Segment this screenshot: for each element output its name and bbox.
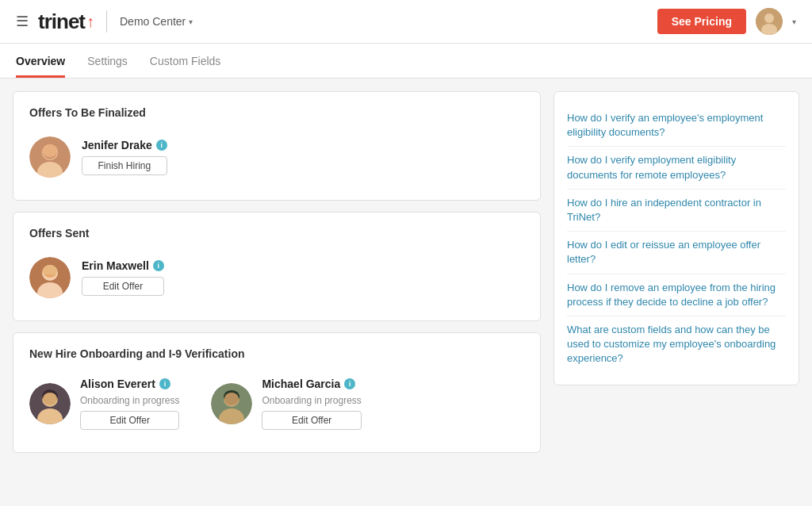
employee-name-text: Erin Maxwell: [82, 259, 149, 272]
avatar: [29, 383, 71, 424]
offers-to-finalize-title: Offers To Be Finalized: [29, 106, 524, 119]
employee-info: Erin Maxwell i Edit Offer: [82, 259, 164, 296]
offers-sent-card: Offers Sent Erin Maxwell i: [13, 212, 541, 321]
employee-info: Alison Everert i Onboarding in progress …: [80, 378, 179, 430]
offers-to-finalize-card: Offers To Be Finalized Jenifer Drake i: [13, 91, 541, 201]
see-pricing-button[interactable]: See Pricing: [657, 9, 746, 34]
info-icon[interactable]: i: [156, 140, 167, 151]
employee-name: Jenifer Drake i: [82, 139, 167, 151]
employee-name-text: Jenifer Drake: [82, 139, 152, 151]
finish-hiring-button[interactable]: Finish Hiring: [82, 156, 167, 175]
svg-point-7: [43, 144, 57, 157]
help-link-6[interactable]: What are custom fields and how can they …: [567, 316, 786, 373]
header-left: ☰ trinet↑ Demo Center ▾: [16, 10, 193, 34]
svg-point-1: [764, 13, 774, 23]
table-row: Alison Everert i Onboarding in progress …: [29, 378, 179, 430]
demo-center-caret-icon: ▾: [189, 17, 193, 26]
logo: trinet↑: [38, 10, 94, 34]
demo-center-menu[interactable]: Demo Center ▾: [120, 15, 193, 28]
avatar: [29, 257, 71, 298]
app-header: ☰ trinet↑ Demo Center ▾ See Pricing ▾: [0, 0, 812, 44]
employee-name-text: Michael Garcia: [262, 378, 340, 390]
help-link-4[interactable]: How do I edit or reissue an employee off…: [567, 232, 786, 274]
tab-custom-fields[interactable]: Custom Fields: [150, 44, 220, 78]
info-icon[interactable]: i: [159, 378, 170, 389]
help-link-2[interactable]: How do I verify employment eligibility d…: [567, 147, 786, 189]
avatar: [29, 136, 71, 178]
info-icon[interactable]: i: [153, 260, 164, 271]
table-row: Erin Maxwell i Edit Offer: [29, 251, 524, 305]
edit-offer-button-michael[interactable]: Edit Offer: [262, 411, 361, 430]
employee-name-text: Alison Everert: [80, 378, 155, 390]
employee-info: Michael Garcia i Onboarding in progress …: [262, 378, 361, 430]
employee-name: Erin Maxwell i: [82, 259, 164, 272]
info-icon[interactable]: i: [344, 378, 355, 389]
onboarding-title: New Hire Onboarding and I-9 Verification: [29, 347, 524, 360]
header-divider: [106, 10, 107, 33]
user-menu-caret-icon[interactable]: ▾: [792, 17, 796, 26]
avatar: [211, 383, 252, 424]
employee-name: Alison Everert i: [80, 378, 179, 390]
employee-status: Onboarding in progress: [262, 395, 361, 406]
offers-sent-title: Offers Sent: [29, 227, 524, 240]
svg-point-21: [224, 393, 239, 405]
header-right: See Pricing ▾: [657, 8, 796, 35]
main-layout: Offers To Be Finalized Jenifer Drake i: [0, 79, 812, 466]
employee-info: Jenifer Drake i Finish Hiring: [82, 139, 167, 175]
employee-status: Onboarding in progress: [80, 395, 179, 406]
employee-name: Michael Garcia i: [262, 378, 361, 390]
hamburger-icon[interactable]: ☰: [16, 13, 29, 30]
svg-point-16: [43, 393, 57, 405]
left-panel: Offers To Be Finalized Jenifer Drake i: [13, 91, 541, 453]
demo-center-label: Demo Center: [120, 15, 186, 28]
nav-tabs: Overview Settings Custom Fields: [0, 44, 812, 79]
help-links-card: How do I verify an employee's employment…: [553, 91, 799, 385]
edit-offer-button-erin[interactable]: Edit Offer: [82, 277, 164, 296]
employees-multi: Alison Everert i Onboarding in progress …: [29, 371, 524, 436]
right-panel: How do I verify an employee's employment…: [553, 91, 799, 385]
help-link-3[interactable]: How do I hire an independent contractor …: [567, 190, 786, 232]
table-row: Michael Garcia i Onboarding in progress …: [211, 378, 361, 430]
tab-settings[interactable]: Settings: [87, 44, 128, 78]
edit-offer-button-alison[interactable]: Edit Offer: [80, 411, 179, 430]
tab-overview[interactable]: Overview: [16, 44, 65, 78]
help-link-5[interactable]: How do I remove an employee from the hir…: [567, 274, 786, 316]
logo-text: trinet: [38, 10, 85, 34]
logo-accent: ↑: [86, 13, 94, 31]
help-link-1[interactable]: How do I verify an employee's employment…: [567, 105, 786, 147]
onboarding-card: New Hire Onboarding and I-9 Verification: [13, 332, 541, 453]
user-avatar[interactable]: [756, 8, 783, 35]
table-row: Jenifer Drake i Finish Hiring: [29, 130, 524, 184]
